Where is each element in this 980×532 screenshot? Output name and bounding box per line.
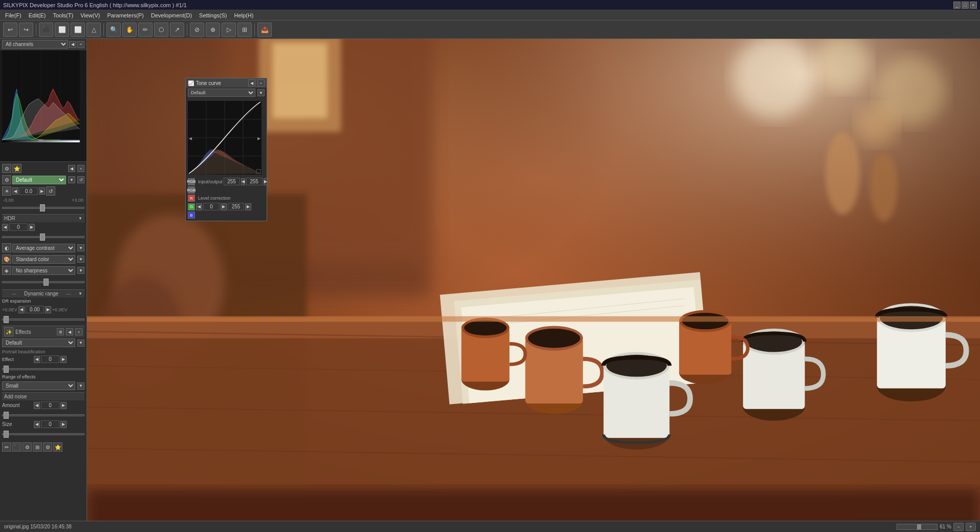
histogram-pin-button[interactable]: ◀ (69, 41, 76, 48)
effect-thumb[interactable] (4, 366, 9, 373)
status-slider[interactable] (897, 524, 938, 530)
hdr-inc[interactable]: ▶ (29, 224, 35, 231)
tc-rgb-channel-btn[interactable]: RGB (188, 186, 195, 194)
histogram-channel-select[interactable]: All channels Red Green Blue Luminance (2, 40, 68, 49)
effects-chevron[interactable]: ▼ (77, 339, 84, 347)
tc-io-arrow[interactable]: ◀ (241, 178, 245, 185)
tc-g-max[interactable] (228, 203, 244, 210)
bottom-tool-2[interactable]: ⬛ (12, 442, 21, 452)
exposure-inc[interactable]: ▶ (39, 187, 45, 195)
dr-thumb[interactable] (4, 316, 9, 323)
tc-preset-chevron[interactable]: ▼ (257, 89, 265, 96)
hdr-dec[interactable]: ◀ (2, 224, 8, 231)
amount-thumb[interactable] (4, 412, 9, 419)
misc-thumb[interactable] (43, 279, 49, 286)
effects-expand[interactable]: ⊞ (57, 328, 64, 335)
tc-rgb-btn[interactable]: RGB (188, 178, 195, 185)
effect-inc[interactable]: ▶ (60, 356, 67, 363)
bottom-tool-1[interactable]: ✏ (2, 442, 11, 452)
color-chevron[interactable]: ▼ (77, 256, 84, 263)
pin-btn-1[interactable]: ◀ (68, 165, 75, 172)
effects-preset-select[interactable]: Default (2, 338, 75, 347)
hdr-chevron[interactable]: ▼ (78, 216, 82, 221)
menu-view[interactable]: View(V) (77, 11, 103, 19)
exposure-input[interactable] (19, 187, 38, 195)
status-slider-thumb[interactable] (917, 524, 921, 529)
amount-inc[interactable]: ▶ (60, 402, 67, 409)
icon-btn-2[interactable]: ⭐ (12, 164, 21, 173)
tone-icon[interactable]: ⚙ (2, 175, 11, 184)
effect-input[interactable] (41, 355, 59, 363)
exposure-dec[interactable]: ◀ (12, 187, 18, 195)
size-dec[interactable]: ◀ (34, 421, 40, 428)
menu-settings[interactable]: Settings(S) (196, 11, 230, 19)
menu-development[interactable]: Development(D) (148, 11, 195, 19)
tc-close-button[interactable]: × (257, 79, 265, 87)
exposure-slider[interactable] (2, 204, 84, 212)
size-input[interactable] (41, 420, 59, 428)
tc-io-input2[interactable] (246, 178, 263, 185)
tc-pin-button[interactable]: ◀ (248, 79, 255, 87)
size-thumb[interactable] (4, 431, 9, 438)
select-button[interactable]: ⬡ (154, 23, 168, 37)
histogram-close-button[interactable]: × (77, 41, 84, 48)
tone-curve-canvas[interactable]: ◀ ▶ (188, 101, 262, 175)
effect-slider[interactable] (2, 365, 84, 373)
view2-button[interactable]: ⬜ (55, 23, 69, 37)
tc-io-input1[interactable] (224, 178, 240, 185)
undo-button[interactable]: ↩ (3, 23, 17, 37)
bottom-tool-5[interactable]: ⚙ (43, 442, 52, 452)
dr-input[interactable] (26, 306, 44, 313)
bottom-tool-6[interactable]: ⭐ (53, 442, 62, 452)
icon-btn-1[interactable]: ⚙ (2, 164, 11, 173)
view1-button[interactable]: ⬛ (39, 23, 53, 37)
export-button[interactable]: 📤 (257, 23, 272, 37)
tc-r-channel-btn[interactable]: R (188, 195, 195, 202)
tc-g-channel-btn[interactable]: G (188, 203, 195, 210)
sharpness-icon[interactable]: ◈ (2, 266, 11, 275)
effects-icon[interactable]: ✨ (4, 327, 13, 336)
zoom-in-button[interactable]: + (966, 523, 976, 531)
contrast-icon[interactable]: ◐ (2, 243, 11, 252)
sharpness-chevron[interactable]: ▼ (77, 267, 84, 274)
effects-pin[interactable]: ◀ (66, 328, 73, 335)
size-slider[interactable] (2, 430, 84, 438)
misc-slider[interactable] (2, 278, 84, 286)
tc-g-input[interactable] (203, 203, 220, 210)
play-button[interactable]: ▷ (222, 23, 236, 37)
rotate-button[interactable]: △ (86, 23, 101, 37)
tc-g-dec[interactable]: ◀ (196, 203, 202, 210)
menu-help[interactable]: Help(H) (231, 11, 257, 19)
tone-curve-titlebar[interactable]: 📈 Tone curve ◀ × (186, 78, 267, 88)
tone-preset-select[interactable]: Default (12, 176, 66, 184)
hdr-input[interactable] (9, 223, 28, 231)
draw-button[interactable]: ✏ (138, 23, 153, 37)
arrow-button[interactable]: ↗ (170, 23, 184, 37)
tc-b-channel-btn[interactable]: B (188, 211, 195, 219)
close-button[interactable]: × (970, 2, 977, 9)
close-btn-1[interactable]: × (77, 165, 84, 172)
color-select[interactable]: Standard color (12, 255, 75, 264)
tone-chevron[interactable]: ▼ (68, 176, 75, 183)
amount-input[interactable] (41, 401, 59, 409)
menu-edit[interactable]: Edit(E) (26, 11, 49, 19)
amount-dec[interactable]: ◀ (34, 402, 40, 409)
menu-parameters[interactable]: Parameters(P) (104, 11, 147, 19)
effect-dec[interactable]: ◀ (34, 356, 40, 363)
size-inc[interactable]: ▶ (60, 421, 67, 428)
color-icon[interactable]: 🎨 (2, 254, 11, 264)
contrast-chevron[interactable]: ▼ (77, 244, 84, 251)
menu-file[interactable]: File(F) (2, 11, 25, 19)
exposure-thumb[interactable] (40, 204, 45, 211)
minimize-button[interactable]: _ (953, 2, 961, 9)
hdr-slider[interactable] (2, 233, 84, 241)
range-select[interactable]: Small Medium Large (2, 381, 75, 390)
dr-inc[interactable]: ▶ (45, 306, 51, 313)
batch-button[interactable]: ⊞ (237, 23, 252, 37)
tc-preset-select[interactable]: Default (188, 89, 255, 97)
tc-g-inc[interactable]: ▶ (221, 203, 227, 210)
dr-chevron[interactable]: ▼ (78, 291, 82, 296)
exposure-icon[interactable]: ☀ (2, 186, 11, 196)
maximize-button[interactable]: □ (962, 2, 969, 9)
pan-button[interactable]: ✋ (122, 23, 137, 37)
